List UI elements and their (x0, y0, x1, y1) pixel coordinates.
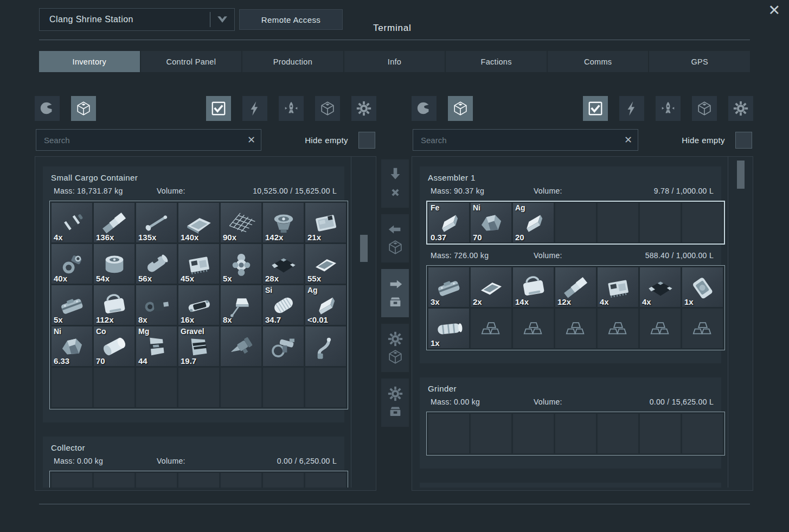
inventory-item[interactable]: 8x (221, 285, 261, 325)
inventory-item[interactable]: Gravel19.7 (178, 326, 219, 366)
inventory-item[interactable]: 40x (52, 244, 92, 284)
rocket-filter-button[interactable] (656, 96, 681, 121)
inventory-slot-empty[interactable] (471, 414, 511, 453)
inventory-slot-empty[interactable] (555, 203, 596, 242)
tab-production[interactable]: Production (242, 51, 343, 72)
inventory-item[interactable]: 1x (428, 309, 469, 348)
cube-filter-button[interactable] (448, 96, 473, 121)
scrollbar-thumb[interactable] (360, 235, 368, 262)
inventory-slot-empty[interactable] (221, 368, 261, 407)
tab-comms[interactable]: Comms (548, 51, 649, 72)
scrollbar-thumb[interactable] (737, 161, 745, 189)
tab-gps[interactable]: GPS (649, 51, 750, 72)
inventory-item[interactable]: 5x (221, 244, 261, 284)
inventory-item[interactable] (513, 309, 554, 348)
tab-info[interactable]: Info (344, 51, 445, 72)
inventory-item[interactable] (682, 309, 723, 348)
inventory-slot-empty[interactable] (52, 368, 92, 407)
hide-empty-checkbox[interactable] (358, 132, 375, 149)
transfer-to-right-button[interactable] (381, 269, 409, 317)
helmet-filter-button[interactable] (412, 96, 437, 121)
inventory-item[interactable]: 14x (513, 267, 554, 307)
inventory-item[interactable]: Ag20 (513, 203, 554, 242)
inventory-item[interactable]: 21x (305, 203, 346, 242)
inventory-slot-empty[interactable] (305, 473, 346, 488)
inventory-slot-empty[interactable] (305, 368, 346, 407)
inventory-slot-empty[interactable] (513, 414, 554, 453)
inventory-slot-empty[interactable] (682, 203, 723, 242)
close-icon[interactable]: ✕ (768, 3, 780, 18)
scrollbar[interactable] (360, 159, 368, 488)
inventory-item[interactable]: Ag<0.01 (305, 285, 346, 325)
inventory-slot-empty[interactable] (640, 414, 681, 453)
remote-access-button[interactable]: Remote Access (239, 9, 343, 30)
inventory-slot-empty[interactable] (221, 473, 261, 488)
tab-control-panel[interactable]: Control Panel (141, 51, 242, 72)
inventory-item[interactable]: 4x (598, 267, 638, 307)
inventory-slot-empty[interactable] (263, 473, 304, 488)
checkbox-filter-button[interactable] (206, 96, 231, 121)
inventory-item[interactable]: 55x (305, 244, 346, 284)
inventory-item[interactable] (263, 326, 304, 366)
inventory-slot-empty[interactable] (428, 414, 469, 453)
inventory-slot-empty[interactable] (598, 203, 638, 242)
scrollbar[interactable] (736, 159, 745, 488)
inventory-item[interactable] (221, 326, 261, 366)
inventory-item[interactable] (598, 309, 638, 348)
search-field[interactable]: ✕ (36, 129, 261, 151)
bolt-filter-button[interactable] (242, 96, 267, 121)
inventory-item[interactable]: 45x (178, 244, 219, 284)
inventory-item[interactable]: Mg44 (136, 326, 177, 366)
inventory-item[interactable]: 16x (178, 285, 219, 325)
cube-filter-button[interactable] (315, 96, 340, 121)
inventory-item[interactable] (640, 309, 681, 348)
inventory-slot-empty[interactable] (178, 368, 219, 407)
search-input[interactable] (36, 130, 261, 150)
inventory-item[interactable]: 8x (136, 285, 177, 325)
tab-inventory[interactable]: Inventory (39, 51, 140, 72)
inventory-slot-empty[interactable] (263, 368, 304, 407)
inventory-item[interactable]: 28x (263, 244, 304, 284)
inventory-item[interactable]: 112x (94, 285, 134, 325)
inventory-item[interactable] (471, 309, 511, 348)
inventory-item[interactable]: 1x (682, 267, 723, 307)
gear-filter-button[interactable] (728, 96, 753, 121)
auto-transfer-container-button[interactable] (381, 379, 409, 427)
rocket-filter-button[interactable] (279, 96, 304, 121)
inventory-slot-empty[interactable] (94, 368, 134, 407)
gear-filter-button[interactable] (351, 96, 376, 121)
inventory-item[interactable]: 142x (263, 203, 304, 242)
inventory-item[interactable]: 5x (52, 285, 92, 325)
inventory-item[interactable]: 54x (94, 244, 134, 284)
search-field[interactable]: ✕ (413, 129, 638, 151)
inventory-slot-empty[interactable] (682, 414, 723, 453)
tab-factions[interactable]: Factions (446, 51, 547, 72)
inventory-item[interactable]: 135x (136, 203, 177, 242)
inventory-slot-empty[interactable] (555, 414, 596, 453)
cube-filter-button[interactable] (692, 96, 717, 121)
inventory-item[interactable]: Co70 (94, 326, 134, 366)
inventory-item[interactable]: Fe0.37 (428, 203, 469, 242)
block-selector-dropdown[interactable]: Clang Shrine Station (39, 8, 235, 31)
bolt-filter-button[interactable] (619, 96, 644, 121)
inventory-slot-empty[interactable] (640, 203, 681, 242)
inventory-slot-empty[interactable] (94, 473, 134, 488)
inventory-item[interactable] (555, 309, 596, 348)
inventory-item[interactable]: 136x (94, 203, 134, 242)
clear-search-icon[interactable]: ✕ (247, 134, 255, 146)
cube-filter-button[interactable] (71, 96, 96, 121)
inventory-item[interactable]: 2x (471, 267, 511, 307)
inventory-item[interactable]: 4x (640, 267, 681, 307)
inventory-item[interactable]: Si34.7 (263, 285, 304, 325)
drop-item-button[interactable] (381, 159, 409, 208)
hide-empty-checkbox[interactable] (735, 132, 752, 149)
inventory-item[interactable]: 3x (428, 267, 469, 307)
inventory-item[interactable]: Ni70 (471, 203, 511, 242)
clear-search-icon[interactable]: ✕ (624, 134, 632, 146)
auto-transfer-cube-button[interactable] (381, 324, 409, 372)
checkbox-filter-button[interactable] (583, 96, 608, 121)
inventory-item[interactable]: 140x (178, 203, 219, 242)
inventory-item[interactable]: 90x (221, 203, 261, 242)
inventory-slot-empty[interactable] (136, 473, 177, 488)
inventory-item[interactable]: 4x (52, 203, 92, 242)
